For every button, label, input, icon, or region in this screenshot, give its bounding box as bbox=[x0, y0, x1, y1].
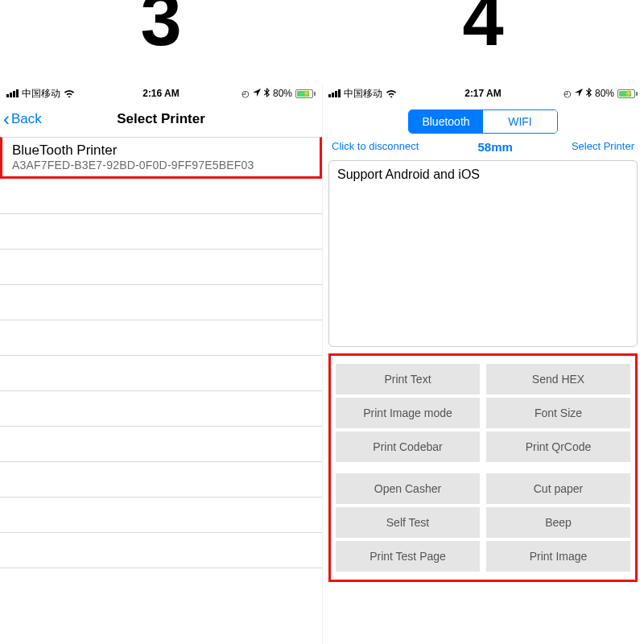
list-item[interactable] bbox=[0, 427, 322, 462]
printer-name: BlueTooth Printer bbox=[12, 142, 310, 159]
clock-label: 2:17 AM bbox=[322, 88, 644, 99]
tab-wifi[interactable]: WIFI bbox=[483, 110, 557, 133]
font-size-button[interactable]: Font Size bbox=[486, 398, 630, 428]
paper-size-label[interactable]: 58mm bbox=[477, 140, 512, 154]
action-buttons-box: Print Text Send HEX Print Image mode Fon… bbox=[328, 353, 638, 582]
printer-row[interactable]: BlueTooth Printer A3AF7FED-B3E7-92BD-0F0… bbox=[0, 137, 322, 179]
toolbar: Click to disconnect 58mm Select Printer bbox=[322, 138, 644, 159]
print-test-page-button[interactable]: Print Test Page bbox=[336, 541, 480, 572]
print-qrcode-button[interactable]: Print QrCode bbox=[486, 431, 630, 462]
list-item[interactable] bbox=[0, 391, 322, 427]
disconnect-link[interactable]: Click to disconnect bbox=[332, 140, 419, 154]
print-codebar-button[interactable]: Print Codebar bbox=[336, 431, 480, 462]
list-item[interactable] bbox=[0, 250, 322, 285]
step-number-4: 4 bbox=[322, 0, 644, 56]
clock-label: 2:16 AM bbox=[0, 88, 322, 99]
cut-paper-button[interactable]: Cut paper bbox=[486, 473, 630, 504]
status-bar: 中国移动 2:17 AM ◴ 80% ⚡ bbox=[322, 85, 644, 101]
select-printer-link[interactable]: Select Printer bbox=[572, 140, 634, 154]
battery-icon: ⚡ bbox=[617, 89, 638, 98]
nav-bar: ‹ Back Select Printer bbox=[0, 101, 322, 137]
list-item[interactable] bbox=[0, 497, 322, 533]
tab-bluetooth[interactable]: Bluetooth bbox=[409, 110, 483, 133]
list-item[interactable] bbox=[0, 214, 322, 250]
divider bbox=[322, 85, 323, 644]
text-input[interactable]: Support Android and iOS bbox=[328, 160, 638, 347]
printer-id: A3AF7FED-B3E7-92BD-0F0D-9FF97E5BEF03 bbox=[12, 159, 310, 171]
print-text-button[interactable]: Print Text bbox=[336, 364, 480, 394]
list-item[interactable] bbox=[0, 179, 322, 214]
list-item[interactable] bbox=[0, 533, 322, 568]
printer-list: BlueTooth Printer A3AF7FED-B3E7-92BD-0F0… bbox=[0, 137, 322, 568]
print-image-mode-button[interactable]: Print Image mode bbox=[336, 398, 480, 428]
print-image-button[interactable]: Print Image bbox=[486, 541, 630, 572]
battery-icon: ⚡ bbox=[295, 89, 316, 98]
self-test-button[interactable]: Self Test bbox=[336, 507, 480, 538]
connection-segmented: Bluetooth WIFI bbox=[408, 109, 558, 134]
send-hex-button[interactable]: Send HEX bbox=[486, 364, 630, 394]
page-title: Select Printer bbox=[0, 111, 322, 127]
beep-button[interactable]: Beep bbox=[486, 507, 630, 538]
list-item[interactable] bbox=[0, 285, 322, 320]
step-number-3: 3 bbox=[0, 0, 322, 56]
status-bar: 中国移动 2:16 AM ◴ 80% ⚡ bbox=[0, 85, 322, 101]
list-item[interactable] bbox=[0, 462, 322, 497]
list-item[interactable] bbox=[0, 320, 322, 356]
open-casher-button[interactable]: Open Casher bbox=[336, 473, 480, 504]
list-item[interactable] bbox=[0, 356, 322, 391]
